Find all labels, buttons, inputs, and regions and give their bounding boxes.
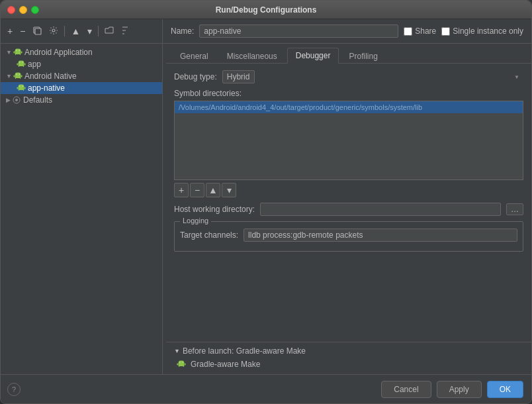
gradle-make-label: Gradle-aware Make: [191, 360, 260, 369]
svg-point-20: [22, 62, 23, 62]
host-working-dir-row: Host working directory: …: [174, 203, 523, 216]
share-label: Share: [415, 26, 436, 36]
window-controls: [7, 6, 39, 14]
android-app-native-icon: [17, 83, 26, 93]
move-up-button[interactable]: ▲: [68, 25, 83, 38]
move-symbol-down-button[interactable]: ▾: [222, 183, 236, 197]
svg-point-2: [52, 29, 55, 32]
move-symbol-up-button[interactable]: ▲: [206, 183, 220, 197]
add-symbol-button[interactable]: +: [174, 183, 189, 197]
svg-rect-28: [20, 77, 21, 79]
svg-rect-37: [19, 89, 19, 91]
svg-point-19: [19, 62, 20, 62]
android-native-label: Android Native: [24, 72, 77, 81]
tree-item-android-application[interactable]: ▼ Android Ap: [1, 46, 162, 58]
debug-type-label: Debug type:: [174, 72, 217, 81]
debug-type-select[interactable]: Hybrid Java Native Dual: [222, 70, 255, 83]
remove-config-button[interactable]: −: [17, 25, 28, 38]
svg-point-44: [15, 99, 18, 101]
android-app-icon: [17, 60, 26, 69]
close-button[interactable]: [7, 6, 15, 14]
logging-fieldset: Logging Target channels:: [174, 221, 523, 252]
config-tree-panel: ▼ Android Ap: [1, 44, 163, 374]
title-bar: Run/Debug Configurations: [1, 1, 531, 19]
host-working-dir-input[interactable]: [260, 203, 501, 216]
bottom-bar: ? Cancel Apply OK: [1, 374, 531, 403]
svg-point-51: [179, 362, 180, 362]
symbol-path-item[interactable]: /Volumes/Android/android4_4/out/target/p…: [175, 101, 523, 113]
before-launch-label: Before launch: Gradle-aware Make: [183, 346, 306, 356]
tab-profiling[interactable]: Profiling: [340, 48, 386, 64]
svg-rect-25: [13, 76, 15, 77]
debug-type-row: Debug type: Hybrid Java Native Dual: [174, 70, 523, 83]
svg-rect-35: [17, 87, 19, 89]
android-application-label: Android Application: [24, 48, 93, 57]
app-native-label: app-native: [28, 83, 65, 93]
remove-symbol-button[interactable]: −: [190, 183, 204, 197]
svg-rect-17: [19, 66, 19, 68]
svg-rect-8: [20, 54, 21, 56]
sort-button[interactable]: [118, 25, 132, 38]
target-channels-row: Target channels:: [180, 228, 517, 242]
target-channels-input[interactable]: [244, 228, 517, 242]
share-area: Share: [404, 26, 436, 36]
svg-rect-49: [179, 366, 179, 368]
before-launch-item[interactable]: Gradle-aware Make: [174, 358, 523, 370]
defaults-icon: [12, 95, 21, 105]
svg-point-40: [22, 85, 23, 86]
minimize-button[interactable]: [19, 6, 27, 14]
svg-point-52: [183, 362, 183, 362]
settings-config-button[interactable]: [46, 25, 61, 38]
svg-rect-48: [185, 364, 186, 366]
browse-host-dir-button[interactable]: …: [506, 203, 523, 215]
svg-rect-1: [35, 28, 41, 34]
tree-item-app[interactable]: app: [1, 58, 162, 70]
share-checkbox[interactable]: [404, 27, 412, 36]
single-instance-checkbox[interactable]: [441, 27, 450, 36]
tabs-row: General Miscellaneous Debugger Profiling: [166, 44, 531, 64]
tab-debugger[interactable]: Debugger: [287, 48, 339, 64]
chevron-before-launch-icon: ▼: [174, 348, 180, 354]
folder-icon: [105, 26, 114, 34]
ok-button[interactable]: OK: [487, 381, 523, 398]
logging-legend: Logging: [180, 217, 211, 225]
svg-rect-16: [24, 64, 26, 66]
svg-rect-27: [15, 77, 16, 79]
separator2: [98, 26, 99, 36]
add-config-button[interactable]: +: [5, 25, 15, 38]
svg-rect-26: [21, 76, 22, 77]
svg-point-29: [16, 74, 17, 74]
copy-config-button[interactable]: [30, 25, 44, 38]
copy-icon: [32, 26, 42, 35]
folder-button[interactable]: [102, 25, 116, 38]
svg-rect-50: [183, 366, 184, 368]
single-instance-label: Single instance only: [453, 26, 523, 36]
sort-icon: [121, 26, 129, 35]
config-detail-panel: General Miscellaneous Debugger Profiling: [166, 44, 531, 374]
tree-item-app-native[interactable]: app-native: [1, 82, 162, 94]
symbol-directories-list[interactable]: /Volumes/Android/android4_4/out/target/p…: [174, 101, 523, 180]
tab-miscellaneous[interactable]: Miscellaneous: [218, 48, 286, 64]
single-instance-area: Single instance only: [441, 26, 523, 36]
name-input[interactable]: [199, 25, 398, 38]
run-debug-dialog: Run/Debug Configurations + −: [0, 0, 532, 404]
move-down-button[interactable]: ▾: [85, 25, 95, 38]
svg-point-9: [16, 50, 17, 50]
apply-button[interactable]: Apply: [437, 381, 482, 398]
tab-general[interactable]: General: [171, 48, 217, 64]
svg-point-30: [19, 74, 20, 74]
config-tree: ▼ Android Ap: [1, 44, 162, 374]
svg-rect-38: [23, 89, 24, 91]
tree-item-android-native[interactable]: ▼ Android Na: [1, 70, 162, 82]
app-label: app: [28, 60, 41, 69]
svg-rect-6: [21, 52, 22, 54]
svg-rect-7: [15, 54, 16, 56]
tree-item-defaults[interactable]: ▶ Defaults: [1, 94, 162, 106]
help-button[interactable]: ?: [7, 383, 21, 396]
maximize-button[interactable]: [31, 6, 39, 14]
cancel-button[interactable]: Cancel: [381, 381, 431, 398]
svg-rect-36: [24, 87, 26, 89]
svg-rect-47: [177, 364, 179, 366]
svg-point-10: [19, 50, 20, 50]
svg-rect-15: [17, 64, 19, 66]
